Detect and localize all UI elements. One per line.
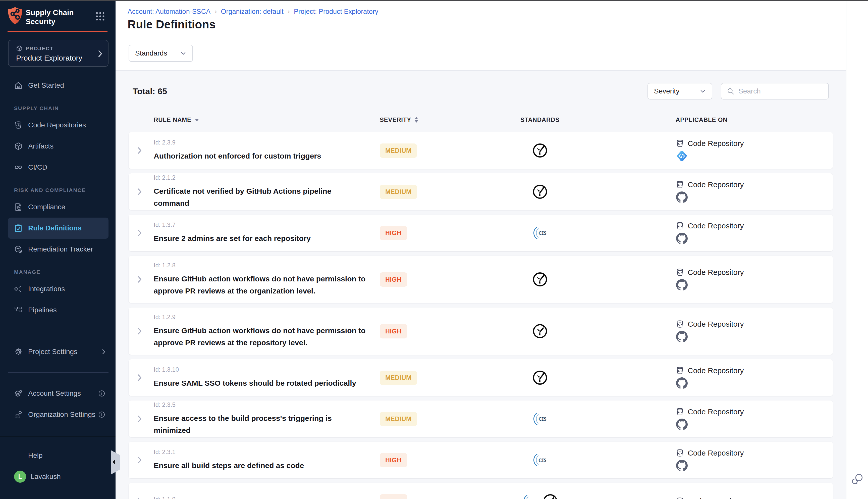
table-row[interactable]: Id: 1.3.7 Ensure 2 admins are set for ea… [128,215,833,251]
breadcrumb-separator-icon: › [214,8,217,15]
rule-id: Id: 2.1.2 [154,174,372,181]
sidebar-item-rule-definitions[interactable]: Rule Definitions [8,218,109,239]
project-selector[interactable]: PROJECT Product Exploratory [8,40,109,67]
owasp-icon [532,184,548,199]
code-repository-icon [675,366,684,375]
github-icon [676,418,688,430]
column-header-severity[interactable]: SEVERITY [372,115,482,124]
search-box[interactable] [721,83,829,99]
sort-desc-icon [195,119,199,123]
rule-id: Id: 1.3.7 [154,221,372,228]
row-expand-chevron[interactable] [137,327,142,335]
accent-bar [8,31,108,32]
info-icon[interactable] [98,411,106,418]
help-icon [14,451,23,460]
sidebar-item-account-settings[interactable]: Account Settings [8,383,109,404]
sidebar-item-ci-cd[interactable]: CI/CD [8,157,109,178]
table-row[interactable]: Id: 2.1.2 Certificate not verified by Gi… [128,173,833,210]
table-row[interactable]: Id: 1.2.9 Ensure GitHub action workflows… [128,307,833,355]
sidebar-item-remediation-tracker[interactable]: Remediation Tracker [8,239,109,260]
column-header-rule-name[interactable]: RULE NAME [151,116,372,123]
standards-filter-label: Standards [135,49,167,57]
sidebar-item-help[interactable]: Help [8,445,109,466]
sidebar-item-label: Artifacts [28,142,53,150]
sidebar-nav: Get Started SUPPLY CHAIN Code Repositori… [0,75,115,425]
cis-icon: CIS [522,493,538,499]
rule-name: Ensure 2 admins are set for each reposit… [154,232,367,244]
sidebar-item-integrations[interactable]: Integrations [8,278,109,300]
table-row[interactable]: Id: 2.3.1 Ensure all build steps are def… [128,442,833,478]
row-expand-chevron[interactable] [137,276,142,283]
applicable-on-label: Code Repository [688,180,744,189]
applicable-on-label: Code Repository [688,497,744,499]
rule-id: Id: 2.3.9 [154,139,372,146]
row-expand-chevron[interactable] [137,456,142,464]
severity-badge: MEDIUM [380,144,417,158]
rule-name: Ensure access to the build process's tri… [154,412,367,436]
github-icon [676,192,688,203]
sidebar-item-pipelines[interactable]: Pipelines [8,300,109,320]
sidebar-item-label: Help [28,451,43,460]
applicable-on-label: Code Repository [688,366,744,375]
user-menu[interactable]: L Lavakush [8,466,109,487]
project-label: PROJECT [26,46,54,51]
standards-filter-dropdown[interactable]: Standards [128,45,193,62]
page-title: Rule Definitions [127,17,215,31]
cis-icon: CIS [532,225,548,241]
gear-icon [14,348,23,356]
rule-id: Id: 2.3.5 [154,401,372,408]
avatar: L [14,471,26,483]
sidebar-item-label: Organization Settings [28,411,96,418]
breadcrumb-link[interactable]: Project: Product Exploratory [294,8,378,15]
pipelines-icon [14,306,23,314]
sidebar-section-label: SUPPLY CHAIN [14,102,109,114]
rule-name: Authorization not enforced for custom tr… [154,150,367,162]
info-icon[interactable] [98,390,106,397]
table-row[interactable]: Id: 2.3.9 Authorization not enforced for… [128,132,833,169]
applicable-on-label: Code Repository [688,449,744,457]
code-repository-icon [675,407,684,416]
severity-filter-dropdown[interactable]: Severity [647,83,712,99]
support-chat-icon[interactable] [852,472,865,486]
rule-id: Id: 1.2.9 [154,314,372,320]
row-expand-chevron[interactable] [137,147,142,154]
sidebar-item-project-settings[interactable]: Project Settings [8,341,109,362]
applicable-on-label: Code Repository [688,268,744,277]
sidebar-item-code-repositories[interactable]: Code Repositories [8,114,109,136]
search-input[interactable] [739,87,823,95]
owasp-icon [532,143,548,158]
app-logo-block: Supply Chain Security [7,6,109,29]
row-expand-chevron[interactable] [137,415,142,423]
table-row[interactable]: Id: 1.2.8 Ensure GitHub action workflows… [128,256,833,303]
project-name: Product Exploratory [16,54,82,62]
sidebar-item-organization-settings[interactable]: Organization Settings [8,404,109,425]
owasp-icon [532,370,548,386]
rule-name: Ensure all build steps are defined as co… [154,460,367,472]
chevron-down-icon [180,50,186,56]
table-header: RULE NAME SEVERITY STANDARDS APPLICABLE … [128,113,833,126]
severity-filter-label: Severity [654,87,679,95]
table-row[interactable]: Id: 1.3.10 Ensure SAML SSO tokens should… [128,359,833,396]
module-switcher-icon[interactable] [96,12,105,21]
row-expand-chevron[interactable] [137,498,142,499]
breadcrumb-link[interactable]: Organization: default [221,8,284,15]
breadcrumb-link[interactable]: Account: Automation-SSCA [127,8,210,15]
row-expand-chevron[interactable] [137,188,142,195]
code-repository-icon [675,139,684,148]
sidebar-item-compliance[interactable]: Compliance [8,196,109,218]
table-row[interactable]: Id: 2.3.5 Ensure access to the build pro… [128,401,833,437]
supply-chain-security-logo-icon [7,7,23,25]
row-expand-chevron[interactable] [137,229,142,237]
rule-name: Ensure GitHub action workflows do not ha… [154,325,367,349]
sidebar-divider [8,331,109,331]
sidebar-item-artifacts[interactable]: Artifacts [8,136,109,157]
row-expand-chevron[interactable] [137,374,142,381]
owasp-icon [532,272,548,287]
home-icon [14,81,23,90]
sidebar-item-get-started[interactable]: Get Started [8,75,109,96]
sidebar-item-label: Remediation Tracker [28,245,93,253]
right-rail [846,0,868,499]
svg-text:CIS: CIS [538,458,546,463]
severity-badge: HIGH [380,494,407,499]
table-row[interactable]: Id: 1.1.9 HIGH CIS Code Repository [128,483,833,499]
